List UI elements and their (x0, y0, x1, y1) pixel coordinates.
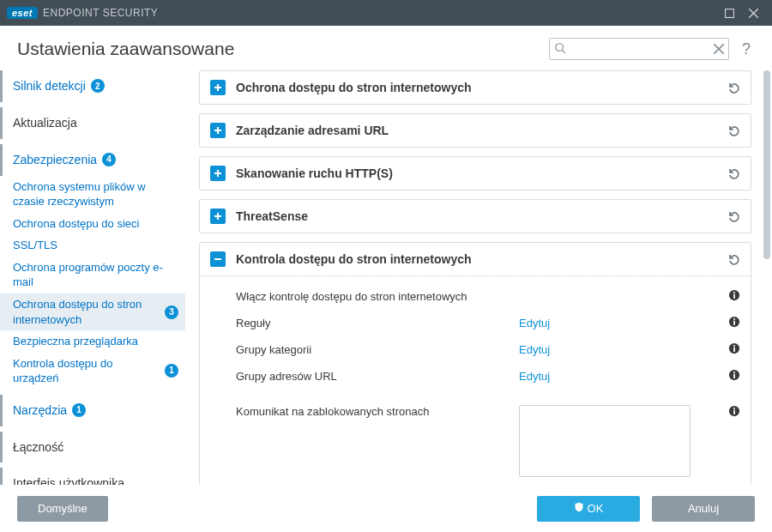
undo-icon[interactable] (727, 81, 740, 94)
panel-web-access-protection: Ochrona dostępu do stron internetowych (199, 70, 751, 105)
info-icon[interactable] (728, 342, 740, 357)
collapse-icon (210, 251, 226, 267)
window-close-icon[interactable] (741, 1, 765, 25)
undo-icon[interactable] (727, 166, 740, 180)
sidebar-item-label: Silnik detekcji (13, 78, 86, 94)
panel-url-management: Zarządzanie adresami URL (199, 113, 751, 148)
sidebar-item-connectivity[interactable]: Łączność (0, 432, 185, 463)
sidebar-item-label: Narzędzia (13, 402, 67, 419)
badge: 3 (165, 305, 178, 319)
window-maximize-icon[interactable] (717, 1, 741, 25)
svg-line-4 (563, 51, 566, 54)
edit-category-groups-link[interactable]: Edytuj (519, 343, 550, 356)
row-label: Włącz kontrolę dostępu do stron internet… (236, 290, 519, 303)
sidebar-item-label: Zabezpieczenia (13, 152, 97, 168)
sidebar-item-label: Bezpieczna przeglądarka (13, 334, 138, 349)
row-category-groups: Grupy kategorii Edytuj (236, 336, 740, 363)
header: Ustawienia zaawansowane ? (0, 26, 772, 70)
panel-title: ThreatSense (236, 209, 727, 223)
undo-icon[interactable] (727, 209, 740, 223)
expand-icon (210, 123, 226, 138)
undo-icon[interactable] (727, 124, 740, 137)
search-input[interactable] (549, 38, 729, 60)
search-wrap (549, 38, 729, 60)
sidebar-item-detection-engine[interactable]: Silnik detekcji 2 (0, 70, 185, 102)
row-rules: Reguły Edytuj (236, 310, 740, 336)
row-label: Komunikat na zablokowanych stronach (236, 405, 519, 418)
panel-title: Skanowanie ruchu HTTP(S) (236, 166, 727, 180)
sidebar-item-label: Kontrola dostępu do urządzeń (13, 356, 160, 386)
blocked-message-textarea[interactable] (519, 405, 691, 477)
svg-rect-27 (733, 372, 735, 373)
svg-rect-23 (733, 348, 735, 352)
cancel-button[interactable]: Anuluj (652, 496, 755, 522)
panel-threatsense: ThreatSense (199, 199, 751, 233)
info-icon[interactable] (728, 289, 740, 304)
sidebar-item-device-control[interactable]: Kontrola dostępu do urządzeń 1 (0, 353, 185, 390)
page-title: Ustawienia zaawansowane (17, 39, 234, 59)
sidebar-item-secure-browser[interactable]: Bezpieczna przeglądarka (0, 330, 185, 353)
footer: Domyślne OK Anuluj (0, 485, 772, 532)
sidebar-item-label: Ochrona systemu plików w czasie rzeczywi… (13, 179, 178, 209)
expand-icon (210, 166, 226, 181)
brand-logo: eset (7, 7, 38, 19)
panel-title: Ochrona dostępu do stron internetowych (236, 81, 727, 94)
panel-header[interactable]: Skanowanie ruchu HTTP(S) (200, 157, 751, 190)
info-icon[interactable] (728, 405, 740, 420)
panel-http-scan: Skanowanie ruchu HTTP(S) (199, 156, 751, 190)
svg-rect-24 (733, 345, 735, 347)
row-blocked-message: Komunikat na zablokowanych stronach (236, 390, 740, 486)
row-label: Grupy kategorii (236, 343, 519, 356)
panel-header[interactable]: Zarządzanie adresami URL (200, 114, 751, 147)
badge: 1 (165, 364, 178, 378)
sidebar-item-realtime-fs[interactable]: Ochrona systemu plików w czasie rzeczywi… (0, 176, 185, 213)
sidebar-item-email-protection[interactable]: Ochrona programów poczty e-mail (0, 257, 185, 293)
sidebar-item-tools[interactable]: Narzędzia 1 (0, 395, 185, 426)
sidebar-item-label: Ochrona programów poczty e-mail (13, 260, 178, 290)
shield-icon (574, 502, 584, 515)
panel-web-access-control: Kontrola dostępu do stron internetowych … (199, 242, 751, 500)
sidebar-item-label: Ochrona dostępu do stron internetowych (13, 297, 160, 327)
sidebar-item-protections[interactable]: Zabezpieczenia 4 (0, 144, 185, 176)
content-area: Ochrona dostępu do stron internetowych Z… (190, 70, 772, 504)
default-button[interactable]: Domyślne (17, 496, 108, 522)
scrollbar[interactable] (763, 70, 770, 504)
panel-header[interactable]: Kontrola dostępu do stron internetowych (200, 243, 751, 276)
scrollbar-thumb[interactable] (763, 70, 770, 259)
undo-icon[interactable] (727, 252, 740, 266)
svg-rect-20 (733, 321, 735, 325)
sidebar-item-label: Łączność (13, 439, 63, 456)
svg-rect-18 (733, 292, 735, 293)
svg-rect-29 (733, 410, 735, 414)
sidebar-item-label: Aktualizacja (13, 115, 77, 131)
svg-rect-0 (725, 9, 733, 17)
info-icon[interactable] (728, 369, 740, 384)
expand-icon (210, 209, 226, 224)
clear-search-icon[interactable] (714, 42, 724, 57)
ok-button[interactable]: OK (537, 496, 640, 522)
panel-title: Kontrola dostępu do stron internetowych (236, 252, 727, 266)
svg-rect-30 (733, 408, 735, 409)
svg-rect-17 (733, 294, 735, 299)
badge: 2 (91, 79, 105, 93)
sidebar-item-web-access[interactable]: Ochrona dostępu do stron internetowych 3 (0, 293, 185, 330)
panel-title: Zarządzanie adresami URL (236, 124, 727, 137)
row-label: Reguły (236, 317, 519, 329)
sidebar-item-ssl-tls[interactable]: SSL/TLS (0, 234, 185, 257)
panel-header[interactable]: ThreatSense (200, 200, 751, 233)
panel-header[interactable]: Ochrona dostępu do stron internetowych (200, 71, 751, 104)
sidebar-item-label: Ochrona dostępu do sieci (13, 216, 139, 232)
edit-rules-link[interactable]: Edytuj (519, 317, 550, 329)
info-icon[interactable] (728, 316, 740, 330)
svg-rect-21 (733, 318, 735, 320)
product-name: ENDPOINT SECURITY (43, 7, 158, 19)
badge: 1 (72, 403, 86, 417)
sidebar-item-update[interactable]: Aktualizacja (0, 107, 185, 139)
panel-body: Włącz kontrolę dostępu do stron internet… (200, 276, 751, 499)
edit-url-groups-link[interactable]: Edytuj (519, 370, 550, 383)
sidebar-item-network-access[interactable]: Ochrona dostępu do sieci (0, 213, 185, 235)
titlebar: eset ENDPOINT SECURITY (0, 0, 772, 26)
row-enable-webcontrol: Włącz kontrolę dostępu do stron internet… (236, 283, 740, 310)
help-button[interactable]: ? (738, 40, 755, 58)
search-icon (554, 42, 566, 57)
